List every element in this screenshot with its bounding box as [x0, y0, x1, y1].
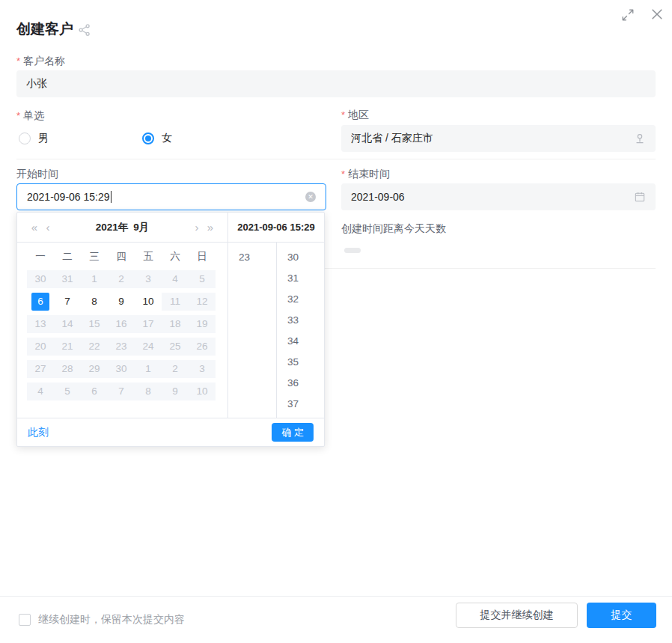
close-icon[interactable]: [650, 7, 665, 22]
next-year-icon[interactable]: »: [204, 221, 217, 234]
calendar-day-cell: 6: [81, 383, 108, 400]
calendar-day-cell: 19: [189, 315, 216, 333]
region-label: 地区: [341, 108, 369, 121]
calendar-day-cell: 30: [27, 270, 54, 288]
radio-option-label: 男: [38, 132, 49, 145]
calendar-day-cell: 11: [162, 293, 189, 311]
calendar-day-cell: 29: [81, 360, 108, 378]
customer-name-label: 客户名称: [16, 54, 65, 67]
region-input[interactable]: 河北省 / 石家庄市: [341, 125, 656, 152]
calendar-week-row: 6789101112: [17, 290, 227, 313]
weekday-label: 日: [189, 250, 216, 263]
radio-option-male[interactable]: 男: [19, 132, 49, 145]
submit-and-continue-button[interactable]: 提交并继续创建: [456, 603, 578, 628]
radio-circle-icon: [19, 132, 31, 144]
radio-circle-icon: [142, 132, 154, 144]
keep-content-label: 继续创建时，保留本次提交内容: [38, 613, 185, 627]
empty-value-placeholder: [344, 248, 361, 253]
calendar-week-row: 13141516171819: [17, 313, 227, 335]
page-title: 创建客户: [16, 19, 73, 39]
keep-content-checkbox[interactable]: 继续创建时，保留本次提交内容: [19, 613, 185, 627]
calendar-week-row: 303112345: [17, 268, 227, 290]
calendar-day-cell: 2: [108, 270, 135, 288]
start-time-input[interactable]: 2021-09-06 15:29 ✕: [16, 183, 326, 210]
minute-option[interactable]: 33: [277, 310, 324, 331]
calendar-day-cell: 3: [135, 270, 162, 288]
calendar-week-row: 20212223242526: [17, 335, 227, 358]
calendar-day-cell: 23: [108, 338, 135, 356]
minute-option[interactable]: 34: [277, 331, 324, 352]
section-divider: [16, 159, 656, 159]
weekday-label: 六: [162, 250, 189, 263]
location-pin-icon: [634, 132, 646, 144]
calendar-day-cell: 22: [81, 338, 108, 356]
next-month-icon[interactable]: ›: [190, 221, 204, 234]
picker-selected-datetime: 2021-09-06 15:29: [227, 213, 324, 243]
minute-option[interactable]: 31: [277, 268, 324, 289]
customer-name-value: 小张: [26, 77, 646, 91]
picker-year-month-title: 2021年9月: [55, 221, 190, 234]
calendar-day-cell[interactable]: 8: [81, 293, 108, 311]
picker-month-header: « ‹ 2021年9月 › »: [17, 213, 227, 243]
clear-icon[interactable]: ✕: [305, 192, 316, 202]
calendar-day-cell: 5: [54, 383, 81, 400]
calendar-day-cell: 4: [27, 383, 54, 400]
calendar-day-cell: 21: [54, 338, 81, 356]
calendar-day-cell: 28: [54, 360, 81, 378]
prev-month-icon[interactable]: ‹: [41, 221, 55, 234]
calendar-day-cell: 3: [189, 360, 216, 378]
calendar-day-cell: 13: [27, 315, 54, 333]
calendar-day-cell: 14: [54, 315, 81, 333]
calendar-week-row: 27282930123: [17, 358, 227, 380]
datetime-picker-panel: « ‹ 2021年9月 › » 2021-09-06 15:29 一二三四五六日…: [16, 212, 325, 447]
now-link[interactable]: 此刻: [28, 426, 49, 439]
calendar-day-cell: 25: [162, 338, 189, 356]
calendar-grid: 一二三四五六日 30311234567891011121314151617181…: [17, 243, 227, 418]
text-caret: [111, 191, 112, 203]
calendar-day-cell: 16: [108, 315, 135, 333]
minute-option[interactable]: 36: [277, 373, 324, 394]
weekday-label: 五: [135, 250, 162, 263]
calendar-day-cell: 8: [135, 383, 162, 400]
start-time-label: 开始时间: [16, 167, 58, 180]
minute-scroll-list[interactable]: 3031323334353637: [276, 243, 324, 418]
calendar-day-cell: 1: [81, 270, 108, 288]
hour-scroll-list[interactable]: 23: [227, 243, 276, 418]
end-time-label: 结束时间: [341, 167, 390, 180]
checkbox-icon: [19, 614, 31, 626]
calendar-day-cell: 20: [27, 338, 54, 356]
end-time-input[interactable]: 2021-09-06: [341, 183, 656, 210]
calendar-day-cell: 4: [162, 270, 189, 288]
prev-year-icon[interactable]: «: [28, 221, 41, 234]
calendar-day-cell[interactable]: 9: [108, 293, 135, 311]
fullscreen-icon[interactable]: [621, 8, 635, 22]
region-value: 河北省 / 石家庄市: [351, 132, 634, 145]
calendar-day-cell: 27: [27, 360, 54, 378]
calendar-day-cell: 1: [135, 360, 162, 378]
minute-option[interactable]: 32: [277, 289, 324, 310]
weekday-label: 三: [81, 250, 108, 263]
calendar-day-cell: 26: [189, 338, 216, 356]
customer-name-input[interactable]: 小张: [16, 70, 656, 97]
minute-option[interactable]: 37: [277, 394, 324, 415]
share-icon[interactable]: [78, 23, 91, 37]
calendar-day-cell[interactable]: 6: [31, 293, 49, 311]
calendar-day-cell: 2: [162, 360, 189, 378]
picker-year: 2021年: [96, 222, 129, 233]
calendar-day-cell: 15: [81, 315, 108, 333]
weekday-label: 一: [27, 250, 54, 263]
calendar-day-cell[interactable]: 10: [135, 293, 162, 311]
calendar-day-cell: 9: [162, 383, 189, 400]
calendar-day-cell: 5: [189, 270, 216, 288]
calendar-day-cell[interactable]: 7: [54, 293, 81, 311]
confirm-button[interactable]: 确 定: [272, 423, 314, 442]
hour-option[interactable]: 23: [228, 247, 276, 268]
submit-button[interactable]: 提交: [587, 603, 656, 628]
weekday-label: 四: [108, 250, 135, 263]
minute-option[interactable]: 35: [277, 352, 324, 373]
calendar-icon: [634, 191, 646, 203]
minute-option[interactable]: 30: [277, 247, 324, 268]
radio-option-female[interactable]: 女: [142, 132, 172, 145]
radio-option-label: 女: [162, 132, 172, 145]
weekday-header-row: 一二三四五六日: [17, 243, 227, 268]
